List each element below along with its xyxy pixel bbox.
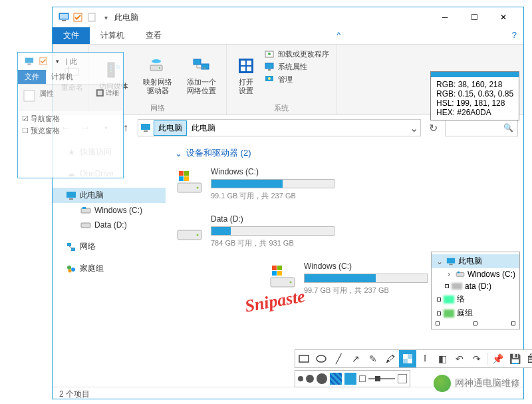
tree-homegroup[interactable]: 庭组 xyxy=(432,306,519,320)
tree-network[interactable]: 络 xyxy=(432,292,519,306)
tool-pencil[interactable]: ✎ xyxy=(364,350,382,367)
window-controls: ─ ☐ ✕ xyxy=(430,8,518,27)
nav-homegroup[interactable]: 家庭组 xyxy=(53,261,166,276)
drive-d[interactable]: Data (D:) 784 GB 可用，共 931 GB xyxy=(175,214,334,248)
tool-marker[interactable]: 🖍 xyxy=(382,350,399,367)
snipaste-toolbar: ╱ ↗ ✎ 🖍 I ◧ ↶ ↷ 📌 💾 🗐 ✕ ✓ xyxy=(295,349,532,368)
address-breadcrumb[interactable]: 此电脑 xyxy=(187,120,220,136)
collapse-ribbon-icon[interactable]: ^ xyxy=(330,27,347,44)
network-icon xyxy=(66,242,76,252)
tool-rect[interactable] xyxy=(295,350,313,367)
drive-usage-bar xyxy=(211,179,334,188)
minimize-button[interactable]: ─ xyxy=(430,8,460,27)
svg-rect-48 xyxy=(184,176,189,181)
maximize-button[interactable]: ☐ xyxy=(460,8,489,27)
tab-computer[interactable]: 计算机 xyxy=(90,27,135,44)
network-location-icon xyxy=(191,55,212,77)
tool-arrow[interactable]: ↗ xyxy=(347,350,364,367)
manage-icon xyxy=(264,74,275,85)
ribbon-map-drive[interactable]: 映射网络 驱动器 xyxy=(140,49,176,102)
ribbon-manage[interactable]: 管理 xyxy=(264,74,329,85)
document-icon[interactable] xyxy=(86,11,98,23)
tab-file[interactable]: 文件 xyxy=(53,27,90,44)
dropdown-icon: ▾ xyxy=(51,55,63,67)
homegroup-icon xyxy=(66,264,76,274)
tool-eraser[interactable]: ◧ xyxy=(434,350,451,367)
svg-point-52 xyxy=(290,282,292,284)
color-swatch[interactable] xyxy=(344,373,356,385)
color-rgb: RGB: 38, 160, 218 xyxy=(436,80,513,89)
drive-icon xyxy=(268,262,297,291)
svg-rect-33 xyxy=(69,198,73,200)
address-segment[interactable]: 此电脑 xyxy=(154,120,187,136)
chevron-down-icon: ⌄ xyxy=(175,148,182,158)
tool-line[interactable]: ╱ xyxy=(330,350,347,367)
section-devices[interactable]: ⌄ 设备和驱动器 (2) xyxy=(175,147,514,159)
drive-icon xyxy=(175,167,204,196)
svg-point-44 xyxy=(197,187,199,189)
tool-text[interactable]: I xyxy=(416,350,434,367)
chevron-down-icon: ⌄ xyxy=(436,257,444,266)
mosaic-style[interactable] xyxy=(330,373,342,385)
svg-rect-36 xyxy=(81,223,90,228)
tool-save[interactable]: 💾 xyxy=(506,350,523,367)
svg-rect-22 xyxy=(241,67,245,71)
nav-data-d[interactable]: Data (D:) xyxy=(53,218,166,232)
tool-mosaic[interactable] xyxy=(399,350,416,367)
svg-rect-62 xyxy=(449,264,452,265)
tool-copy[interactable]: 🗐 xyxy=(523,350,532,367)
tool-pin[interactable]: 📌 xyxy=(489,350,506,367)
tree-data-d[interactable]: ata (D:) xyxy=(432,280,519,292)
tree-root[interactable]: ⌄ 此电脑 xyxy=(432,254,519,268)
tool-ellipse[interactable] xyxy=(313,350,330,367)
ribbon-group-system: 打开 设置 卸载或更改程序 系统属性 管理 xyxy=(227,45,336,114)
size-med[interactable] xyxy=(306,375,314,383)
svg-rect-68 xyxy=(408,354,412,359)
search-input[interactable]: 🔍 xyxy=(445,119,518,136)
nav-this-pc[interactable]: 此电脑 xyxy=(53,188,166,203)
drive-icon xyxy=(147,55,168,77)
nav-network[interactable]: 网络 xyxy=(53,239,166,254)
svg-rect-37 xyxy=(67,243,71,246)
tree-windows-c[interactable]: › Windows (C:) xyxy=(432,268,519,280)
ribbon-sys-props[interactable]: 系统属性 xyxy=(264,61,329,72)
svg-rect-60 xyxy=(24,91,35,101)
tab-view[interactable]: 查看 xyxy=(135,27,172,44)
tool-redo[interactable]: ↷ xyxy=(468,350,485,367)
ghost-tab-computer: 计算机 xyxy=(46,70,78,84)
ribbon-add-network[interactable]: 添加一个 网络位置 xyxy=(184,49,219,102)
svg-rect-31 xyxy=(144,130,148,132)
tree-popup: ⌄ 此电脑 › Windows (C:) ata (D:) 络 庭组 xyxy=(431,252,520,329)
ribbon-uninstall[interactable]: 卸载或更改程序 xyxy=(264,49,329,59)
svg-point-13 xyxy=(152,59,161,63)
drive-c[interactable]: Windows (C:) 99.1 GB 可用，共 237 GB xyxy=(175,167,334,201)
drive-icon xyxy=(80,205,91,216)
svg-rect-45 xyxy=(179,171,184,176)
checkbox-icon[interactable] xyxy=(72,11,84,23)
footer-brand: 网神通电脑维修 xyxy=(434,375,520,392)
computer-icon xyxy=(66,190,76,201)
sysprops-icon xyxy=(264,61,275,72)
svg-rect-21 xyxy=(247,61,251,65)
footer-logo-icon xyxy=(434,375,451,392)
size-large[interactable] xyxy=(317,373,327,384)
svg-rect-47 xyxy=(179,176,184,181)
address-bar[interactable]: 此电脑 此电脑 ⌄ xyxy=(138,119,421,136)
window-title: 此电脑 xyxy=(114,12,430,23)
tool-undo[interactable]: ↶ xyxy=(451,350,468,367)
ghost-nav-pane: ☑ 导航窗格 xyxy=(22,114,119,124)
size-slider[interactable] xyxy=(359,374,407,383)
svg-point-29 xyxy=(268,77,271,80)
close-button[interactable]: ✕ xyxy=(489,8,518,27)
addr-dropdown-icon[interactable]: ⌄ xyxy=(410,122,418,134)
help-icon[interactable]: ? xyxy=(505,27,523,44)
refresh-button[interactable]: ↻ xyxy=(425,120,441,136)
settings-icon xyxy=(235,55,257,77)
size-small[interactable] xyxy=(298,376,303,381)
drive-icon xyxy=(80,220,91,230)
dropdown-icon[interactable]: ▾ xyxy=(100,11,112,23)
svg-rect-14 xyxy=(194,59,201,65)
svg-rect-26 xyxy=(265,63,273,69)
nav-windows-c[interactable]: Windows (C:) xyxy=(53,203,166,218)
ribbon-open-settings[interactable]: 打开 设置 xyxy=(233,49,259,102)
